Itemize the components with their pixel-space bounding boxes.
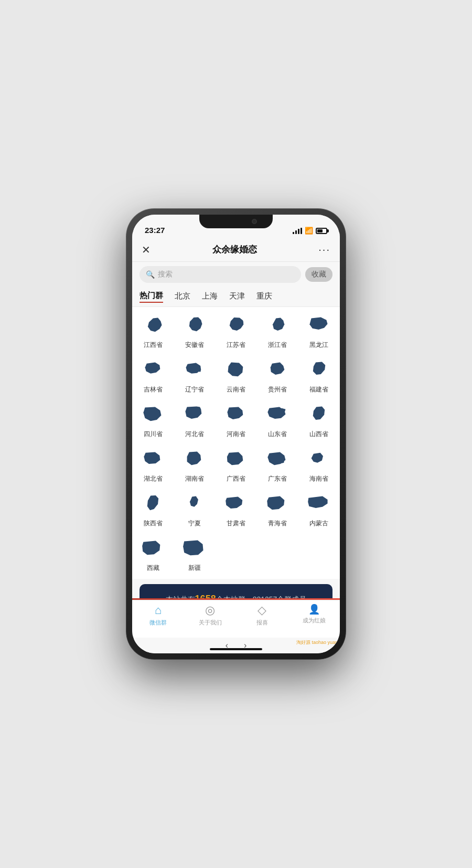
gansu-label: 甘肃省: [227, 519, 245, 528]
province-jilin[interactable]: 吉林省: [132, 354, 174, 398]
yunnan-map: [223, 359, 249, 382]
shanxi-label: 山西省: [309, 430, 328, 439]
province-guizhou[interactable]: 贵州省: [257, 354, 298, 398]
shaanxi-map: [141, 493, 166, 516]
province-shandong[interactable]: 山东省: [257, 398, 298, 443]
report-icon: ◇: [258, 604, 266, 617]
liaoning-label: 辽宁省: [185, 385, 204, 394]
guizhou-map: [265, 359, 290, 382]
ningxia-label: 宁夏: [188, 519, 201, 528]
shandong-label: 山东省: [268, 430, 287, 439]
jilin-label: 吉林省: [144, 385, 163, 394]
search-input-wrap[interactable]: 🔍 搜索: [140, 266, 301, 283]
collect-button[interactable]: 收藏: [305, 267, 332, 282]
status-time: 23:27: [145, 226, 165, 235]
province-anhui[interactable]: 安徽省: [174, 309, 215, 354]
home-indicator: [210, 648, 262, 650]
hainan-map: [306, 448, 331, 471]
banner-count: 1658: [195, 594, 216, 598]
info-banner-text: 本站共有1658个本地群，821257个群成员: [148, 591, 324, 598]
anhui-label: 安徽省: [185, 341, 204, 350]
sichuan-map: [141, 404, 166, 427]
tab-chongqing[interactable]: 重庆: [256, 291, 272, 302]
hubei-map: [141, 448, 166, 471]
page-title: 众余缘婚恋: [212, 244, 257, 256]
fujian-label: 福建省: [309, 385, 328, 394]
matchmaker-icon: 👤: [308, 604, 320, 615]
province-henan[interactable]: 河南省: [215, 398, 256, 443]
nav-about-us[interactable]: ◎ 关于我们: [184, 604, 236, 627]
sichuan-label: 四川省: [144, 430, 163, 439]
province-hunan[interactable]: 湖南省: [174, 443, 215, 488]
guizhou-label: 贵州省: [268, 385, 287, 394]
xizang-map: [141, 537, 166, 560]
province-hubei[interactable]: 湖北省: [132, 443, 174, 488]
about-icon: ◎: [205, 604, 215, 617]
hubei-label: 湖北省: [144, 474, 163, 483]
province-jiangsu[interactable]: 江苏省: [215, 309, 256, 354]
close-button[interactable]: ✕: [142, 244, 151, 256]
gansu-map: [223, 493, 249, 516]
jilin-map: [141, 359, 166, 382]
nav-bar: ✕ 众余缘婚恋 ···: [132, 238, 340, 262]
province-guangxi[interactable]: 广西省: [215, 443, 256, 488]
guangdong-label: 广东省: [268, 474, 287, 483]
search-input[interactable]: 搜索: [158, 270, 173, 279]
search-icon: 🔍: [146, 270, 155, 279]
phone-notch: [199, 215, 273, 228]
tab-beijing[interactable]: 北京: [175, 291, 190, 302]
province-xinjiang[interactable]: 新疆: [174, 532, 215, 577]
guangdong-map: [265, 448, 290, 471]
shanxi-map: [306, 404, 331, 427]
province-guangdong[interactable]: 广东省: [257, 443, 298, 488]
tab-hot[interactable]: 热门群: [140, 291, 163, 303]
wechat-group-label: 微信群: [149, 619, 167, 627]
nav-wechat-group[interactable]: ⌂ 微信群: [132, 604, 184, 627]
henan-map: [223, 404, 249, 427]
province-sichuan[interactable]: 四川省: [132, 398, 174, 443]
guangxi-label: 广西省: [227, 474, 245, 483]
search-bar-container: 🔍 搜索 收藏: [132, 262, 340, 287]
province-xizang[interactable]: 西藏: [132, 532, 174, 577]
province-gansu[interactable]: 甘肃省: [215, 488, 256, 532]
zhejiang-map: [265, 314, 290, 337]
hainan-label: 海南省: [309, 474, 328, 483]
province-hainan[interactable]: 海南省: [298, 443, 340, 488]
province-shanxi[interactable]: 山西省: [298, 398, 340, 443]
wifi-icon: 📶: [305, 227, 313, 235]
province-liaoning[interactable]: 辽宁省: [174, 354, 215, 398]
nav-report-happy[interactable]: ◇ 报喜: [236, 604, 288, 627]
province-heilongjiang[interactable]: 黑龙江: [298, 309, 340, 354]
tab-tianjin[interactable]: 天津: [229, 291, 245, 302]
tab-shanghai[interactable]: 上海: [202, 291, 218, 302]
hebei-map: [182, 404, 207, 427]
jiangxi-map: [141, 314, 166, 337]
watermark: 淘好源 taohao yuan: [296, 639, 338, 646]
bottom-nav: ⌂ 微信群 ◎ 关于我们 ◇ 报喜 👤 成为红娘: [132, 600, 340, 638]
shandong-map: [265, 404, 290, 427]
province-shaanxi[interactable]: 陕西省: [132, 488, 174, 532]
category-tabs: 热门群 北京 上海 天津 重庆: [132, 287, 340, 307]
battery-icon: [316, 228, 327, 234]
shaanxi-label: 陕西省: [144, 519, 163, 528]
hunan-label: 湖南省: [185, 474, 204, 483]
province-jiangxi[interactable]: 江西省: [132, 309, 174, 354]
province-hebei[interactable]: 河北省: [174, 398, 215, 443]
phone-frame: 23:27 📶 ✕ 众余缘婚恋 ··· �: [126, 208, 346, 660]
province-fujian[interactable]: 福建省: [298, 354, 340, 398]
province-ningxia[interactable]: 宁夏: [174, 488, 215, 532]
province-neimenggu[interactable]: 内蒙古: [298, 488, 340, 532]
hunan-map: [182, 448, 207, 471]
heilongjiang-map: [306, 314, 331, 337]
jiangsu-map: [223, 314, 249, 337]
info-banner[interactable]: 本站共有1658个本地群，821257个群成员 购买VIP,随机拉您进200个本…: [140, 584, 332, 598]
province-empty-3: [298, 532, 340, 577]
province-zhejiang[interactable]: 浙江省: [257, 309, 298, 354]
province-yunnan[interactable]: 云南省: [215, 354, 256, 398]
neimenggu-map: [306, 493, 331, 516]
more-button[interactable]: ···: [318, 244, 330, 256]
home-icon: ⌂: [155, 604, 162, 617]
nav-matchmaker[interactable]: 👤 成为红娘: [288, 604, 340, 624]
guangxi-map: [223, 448, 249, 471]
province-qinghai[interactable]: 青海省: [257, 488, 298, 532]
